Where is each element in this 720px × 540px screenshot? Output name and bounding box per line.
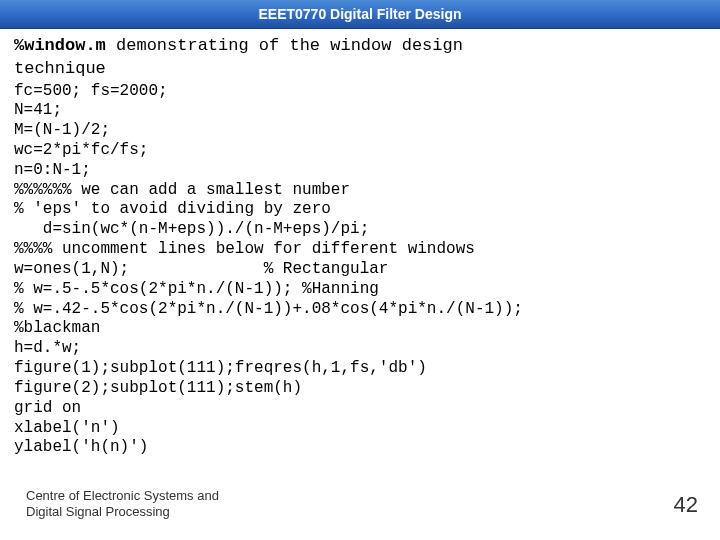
footer: Centre of Electronic Systems and Digital… [26, 488, 219, 521]
page-number: 42 [674, 492, 698, 518]
slide-content: %window.m demonstrating of the window de… [0, 29, 720, 458]
footer-line2: Digital Signal Processing [26, 504, 219, 520]
slide-title: %window.m demonstrating of the window de… [14, 35, 706, 56]
code-block: fc=500; fs=2000; N=41; M=(N-1)/2; wc=2*p… [14, 82, 706, 459]
slide-header: EEET0770 Digital Filter Design [0, 0, 720, 29]
slide-title-line2: technique [14, 58, 706, 79]
footer-line1: Centre of Electronic Systems and [26, 488, 219, 504]
file-name: %window.m [14, 36, 106, 55]
header-title: EEET0770 Digital Filter Design [258, 6, 461, 22]
title-rest: demonstrating of the window design [106, 36, 463, 55]
